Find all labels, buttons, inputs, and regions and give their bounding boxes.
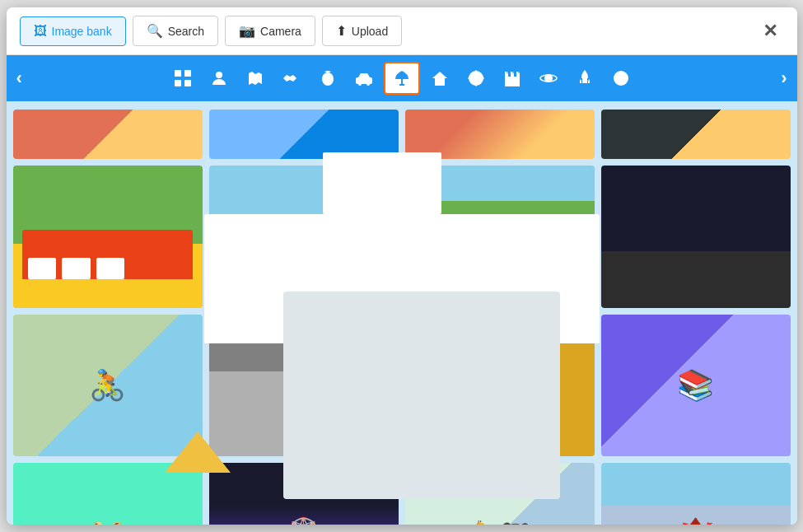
- image-grid-wrapper[interactable]: 🚴 🏀 🎲 📚 🧺 🎡 🦒🐼: [7, 101, 797, 525]
- category-owl-button[interactable]: [311, 62, 344, 95]
- category-next-button[interactable]: ›: [774, 61, 793, 96]
- owl-icon: [318, 68, 338, 88]
- svg-point-12: [329, 77, 331, 78]
- svg-point-8: [322, 72, 334, 86]
- smiley-icon: [611, 68, 631, 88]
- handshake-icon: [282, 68, 301, 88]
- image-cell-reading[interactable]: 📚: [601, 315, 791, 457]
- category-prev-button[interactable]: ‹: [10, 61, 29, 96]
- car-icon: [354, 68, 374, 88]
- upload-icon: ⬆: [336, 23, 347, 39]
- svg-point-39: [583, 74, 586, 77]
- image-grid: 🚴 🏀 🎲 📚 🧺 🎡 🦒🐼: [13, 110, 791, 525]
- image-cell-tent[interactable]: [601, 166, 791, 308]
- svg-rect-34: [518, 72, 520, 74]
- tab-upload[interactable]: ⬆ Upload: [322, 16, 402, 46]
- search-icon: 🔍: [147, 23, 163, 39]
- tab-upload-label: Upload: [352, 25, 388, 38]
- category-car-button[interactable]: [348, 62, 380, 95]
- image-cell-train[interactable]: [13, 166, 203, 308]
- geography-icon: [245, 68, 265, 88]
- chevron-left-icon: ‹: [16, 68, 22, 88]
- image-cell[interactable]: [13, 110, 203, 159]
- category-leisure-button[interactable]: [384, 62, 420, 95]
- profile-icon: [209, 68, 229, 88]
- image-bank-modal: 🖼 Image bank 🔍 Search 📷 Camera ⬆ Upload …: [7, 7, 797, 525]
- svg-point-41: [617, 76, 619, 78]
- category-handshake-button[interactable]: [275, 62, 308, 95]
- modal-header: 🖼 Image bank 🔍 Search 📷 Camera ⬆ Upload …: [7, 7, 797, 55]
- category-target-button[interactable]: [460, 62, 493, 95]
- category-rocket-button[interactable]: [568, 62, 601, 95]
- category-geography-button[interactable]: [239, 62, 272, 95]
- castle-icon: [502, 68, 522, 88]
- svg-point-11: [324, 77, 326, 78]
- image-cell[interactable]: [601, 110, 791, 159]
- house-icon: [430, 68, 450, 88]
- planet-icon: [539, 68, 558, 88]
- svg-rect-33: [516, 72, 518, 74]
- image-placeholder: [13, 110, 203, 159]
- svg-rect-19: [438, 82, 441, 86]
- rocket-icon: [575, 68, 595, 88]
- svg-rect-29: [505, 72, 507, 74]
- category-castle-button[interactable]: [496, 62, 529, 95]
- svg-rect-31: [511, 72, 512, 74]
- image-cell-castle[interactable]: 🏰: [601, 463, 791, 525]
- category-math-button[interactable]: [166, 62, 199, 95]
- math-icon: [173, 68, 193, 88]
- leisure-icon: [392, 68, 412, 88]
- tab-image-bank-label: Image bank: [52, 25, 112, 38]
- image-bank-icon: 🖼: [34, 24, 47, 39]
- category-planet-button[interactable]: [532, 62, 565, 95]
- svg-rect-30: [507, 72, 508, 74]
- image-placeholder: [601, 110, 791, 159]
- content-area: 🚴 🏀 🎲 📚 🧺 🎡 🦒🐼: [7, 101, 797, 525]
- chevron-right-icon: ›: [781, 68, 787, 88]
- category-icons: [30, 62, 773, 95]
- tab-search-label: Search: [168, 25, 204, 38]
- camera-icon: 📷: [239, 23, 255, 39]
- svg-point-14: [358, 82, 362, 86]
- category-toolbar: ‹: [7, 55, 797, 101]
- svg-rect-38: [582, 78, 587, 83]
- svg-rect-2: [175, 80, 181, 86]
- svg-point-7: [216, 72, 222, 78]
- category-profile-button[interactable]: [203, 62, 236, 95]
- svg-rect-13: [356, 77, 372, 84]
- close-button[interactable]: ✕: [756, 17, 784, 45]
- svg-rect-32: [512, 72, 514, 74]
- svg-point-15: [366, 82, 370, 86]
- image-cell-cruise[interactable]: [209, 166, 399, 308]
- svg-rect-3: [184, 80, 191, 86]
- tab-camera[interactable]: 📷 Camera: [225, 16, 315, 46]
- category-smiley-button[interactable]: [605, 62, 637, 95]
- category-house-button[interactable]: [423, 62, 456, 95]
- svg-point-42: [622, 76, 624, 78]
- tab-image-bank[interactable]: 🖼 Image bank: [20, 16, 126, 46]
- tab-camera-label: Camera: [260, 25, 301, 38]
- target-icon: [466, 68, 486, 88]
- svg-point-40: [614, 71, 628, 86]
- tab-search[interactable]: 🔍 Search: [133, 16, 218, 46]
- svg-rect-35: [511, 82, 514, 86]
